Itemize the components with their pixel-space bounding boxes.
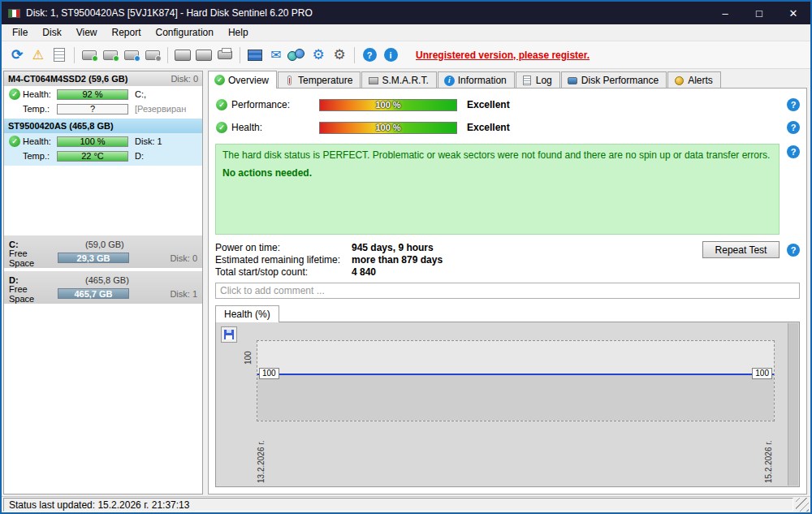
- disk-info-icon[interactable]: [121, 45, 142, 66]
- chart-area-fill: [257, 375, 774, 421]
- status-text: The hard disk status is PERFECT. Problem…: [222, 149, 772, 161]
- toolbar-separator: [74, 47, 75, 63]
- performance-help-icon[interactable]: ?: [787, 98, 800, 111]
- health-bar: 100 %: [57, 136, 128, 147]
- health-label: Health:: [23, 136, 57, 146]
- status-action-text: No actions needed.: [222, 167, 772, 179]
- health-bar: 92 %: [57, 89, 128, 100]
- lifetime-value: more than 879 days: [352, 254, 443, 266]
- tab-alerts[interactable]: Alerts: [667, 71, 721, 89]
- refresh-icon[interactable]: ⟳: [6, 45, 28, 66]
- chart-tab-health[interactable]: Health (%): [215, 305, 279, 322]
- health-label: Health:: [23, 89, 57, 99]
- mail-icon[interactable]: ✉: [266, 45, 287, 66]
- repeat-test-help-icon[interactable]: ?: [787, 244, 800, 257]
- tab-log[interactable]: Log: [516, 71, 560, 89]
- free-space-label: Free Space: [9, 248, 53, 268]
- status-help-icon[interactable]: ?: [787, 145, 800, 158]
- menu-view[interactable]: View: [69, 25, 105, 40]
- chart-scrollbar[interactable]: [788, 323, 798, 486]
- disk-test-icon[interactable]: [100, 45, 121, 66]
- free-space-label: Free Space: [9, 284, 53, 304]
- smart-chip-icon: [369, 77, 378, 84]
- disk-search-icon[interactable]: [142, 45, 163, 66]
- lifetime-label: Estimated remaining lifetime:: [215, 254, 352, 266]
- partition-disk-number: Disk: 1: [170, 289, 197, 299]
- tab-overview[interactable]: ✓ Overview: [208, 71, 277, 89]
- title-bar: Disk: 1, ST9500420AS [5VJ1K874] - Hard D…: [2, 2, 810, 24]
- disk-number-inline: Disk: 1: [135, 136, 162, 146]
- menu-file[interactable]: File: [5, 25, 35, 40]
- settings-gear-icon[interactable]: ⚙: [308, 45, 329, 66]
- tab-disk-performance[interactable]: Disk Performance: [561, 71, 667, 89]
- power-on-label: Power on time:: [215, 242, 352, 253]
- power-on-value: 945 days, 9 hours: [352, 242, 434, 253]
- disk-status-message: The hard disk status is PERFECT. Problem…: [215, 144, 780, 235]
- performance-ok-icon: ✓: [216, 99, 227, 110]
- x-axis-date-start: 13.2.2026 г.: [257, 426, 266, 483]
- temp-label: Temp.:: [23, 151, 57, 161]
- performance-row: ✓ Performance: 100 % Excellent ?: [215, 97, 800, 113]
- startstop-label: Total start/stop count:: [215, 266, 352, 278]
- status-section: The hard disk status is PERFECT. Problem…: [215, 144, 800, 235]
- printer-icon[interactable]: [214, 45, 235, 66]
- tab-information[interactable]: i Information: [438, 71, 515, 89]
- tab-label: Alerts: [688, 75, 713, 86]
- overview-panel: ✓ Performance: 100 % Excellent ? ✓ Healt…: [208, 88, 807, 495]
- repeat-test-button[interactable]: Repeat Test: [702, 241, 780, 258]
- main-tabstrip: ✓ Overview Temperature S.M.A.R.T. i Info…: [208, 71, 807, 89]
- tab-label: Temperature: [298, 75, 352, 86]
- tab-label: Log: [536, 75, 552, 86]
- performance-rating: Excellent: [467, 99, 510, 110]
- toolbar-separator: [354, 47, 355, 63]
- quick-analysis-icon[interactable]: ⚠: [28, 45, 49, 66]
- health-ok-icon: ✓: [9, 136, 20, 147]
- content-area: ✓ Overview Temperature S.M.A.R.T. i Info…: [208, 71, 807, 495]
- comment-input[interactable]: [215, 283, 800, 299]
- network-globes-icon[interactable]: [287, 45, 308, 66]
- performance-label: Performance:: [231, 99, 319, 110]
- save-chart-button[interactable]: [221, 326, 237, 343]
- value-label-end: 100: [752, 368, 772, 379]
- maximize-button[interactable]: □: [742, 2, 776, 24]
- toolbar-separator: [240, 47, 240, 63]
- close-button[interactable]: ✕: [776, 2, 810, 24]
- report-icon[interactable]: [49, 45, 70, 66]
- hdd-icon[interactable]: [172, 45, 193, 66]
- health-label: Health:: [231, 122, 319, 133]
- hdd-secondary-icon[interactable]: [193, 45, 214, 66]
- health-line: [257, 374, 774, 375]
- gears-icon[interactable]: ⚙: [329, 45, 350, 66]
- disk-entry-1[interactable]: ST9500420AS (465,8 GB) ✓ Health: 100 % D…: [4, 119, 202, 166]
- partition-disk-number: Disk: 0: [170, 253, 197, 263]
- partition-entry-c[interactable]: C: (59,0 GB) Free Space 29,3 GB Disk: 0: [4, 235, 202, 268]
- info-toolbar-icon[interactable]: i: [380, 45, 401, 66]
- tab-label: S.M.A.R.T.: [382, 75, 428, 86]
- minimize-button[interactable]: –: [708, 2, 742, 24]
- temp-bar: ?: [57, 104, 128, 114]
- menu-configuration[interactable]: Configuration: [149, 25, 221, 40]
- disk-entry-0[interactable]: M4-CT064M4SSD2 (59,6 GB) Disk: 0 ✓ Healt…: [4, 71, 202, 119]
- toolbar-separator: [167, 47, 168, 63]
- menu-help[interactable]: Help: [221, 25, 256, 40]
- disk-name: M4-CT064M4SSD2 (59,6 GB): [8, 74, 127, 84]
- x-axis-date-end: 15.2.2026 г.: [764, 426, 773, 483]
- info-icon: i: [444, 76, 455, 86]
- health-ok-icon: ✓: [216, 122, 227, 133]
- panel-icon[interactable]: [244, 45, 266, 66]
- tab-temperature[interactable]: Temperature: [278, 71, 361, 89]
- main-area: M4-CT064M4SSD2 (59,6 GB) Disk: 0 ✓ Healt…: [2, 69, 810, 496]
- resize-grip[interactable]: [796, 498, 809, 512]
- tab-smart[interactable]: S.M.A.R.T.: [361, 71, 436, 89]
- help-toolbar-icon[interactable]: ?: [359, 45, 380, 66]
- health-help-icon[interactable]: ?: [787, 121, 800, 134]
- status-last-updated: Status last updated: 15.2.2026 г. 21:37:…: [3, 498, 793, 512]
- menu-disk[interactable]: Disk: [35, 25, 68, 40]
- drive-letters: C:,: [135, 89, 146, 99]
- menu-report[interactable]: Report: [104, 25, 148, 40]
- disk-sidebar: M4-CT064M4SSD2 (59,6 GB) Disk: 0 ✓ Healt…: [3, 71, 203, 495]
- disk-accept-icon[interactable]: [79, 45, 100, 66]
- partition-entry-d[interactable]: D: (465,8 GB) Free Space 465,7 GB Disk: …: [4, 271, 202, 304]
- unregistered-link[interactable]: Unregistered version, please register.: [416, 50, 590, 61]
- partition-size: (59,0 GB): [85, 240, 124, 249]
